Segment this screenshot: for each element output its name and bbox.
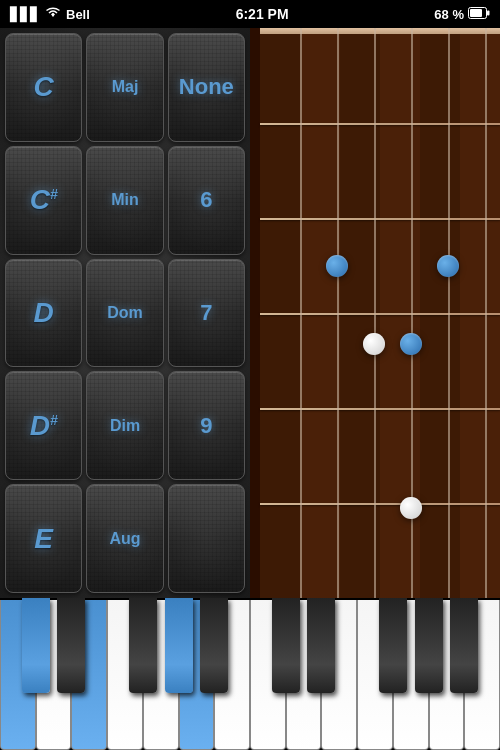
note-e-button[interactable]: E — [5, 484, 82, 593]
type-label: Maj — [112, 78, 139, 96]
string-6 — [485, 28, 487, 598]
ext-label: 6 — [200, 187, 212, 213]
status-time: 6:21 PM — [236, 6, 289, 22]
string-2 — [337, 28, 339, 598]
note-c-button[interactable]: C — [5, 33, 82, 142]
black-key-7[interactable] — [379, 598, 407, 693]
ext-empty-button[interactable] — [168, 484, 245, 593]
fret-line-5 — [260, 503, 500, 505]
black-key-9[interactable] — [450, 598, 478, 693]
carrier-label: Bell — [66, 7, 90, 22]
note-label: C# — [30, 186, 58, 214]
black-key-1[interactable] — [57, 598, 85, 693]
fret-line-3 — [260, 313, 500, 315]
black-key-5[interactable] — [272, 598, 300, 693]
chord-row-2: C# Min 6 — [5, 146, 245, 255]
wifi-icon — [45, 7, 61, 22]
black-key-3[interactable] — [165, 598, 193, 693]
type-min-button[interactable]: Min — [86, 146, 163, 255]
black-key-6[interactable] — [307, 598, 335, 693]
type-maj-button[interactable]: Maj — [86, 33, 163, 142]
black-key-2[interactable] — [129, 598, 157, 693]
note-cs-button[interactable]: C# — [5, 146, 82, 255]
ext-6-button[interactable]: 6 — [168, 146, 245, 255]
note-label: E — [34, 525, 53, 553]
battery-label: 68 % — [434, 7, 464, 22]
black-key-8[interactable] — [415, 598, 443, 693]
fret-line-4 — [260, 408, 500, 410]
chord-row-1: C Maj None — [5, 33, 245, 142]
battery-icon — [468, 7, 490, 22]
ext-label: None — [179, 74, 234, 100]
note-dot-1 — [326, 255, 348, 277]
note-dot-5 — [400, 497, 422, 519]
svg-rect-2 — [487, 10, 490, 15]
fret-line-2 — [260, 218, 500, 220]
type-label: Dim — [110, 417, 140, 435]
status-carrier: ▋▋▋ Bell — [10, 7, 90, 22]
type-label: Min — [111, 191, 139, 209]
string-5 — [448, 28, 450, 598]
ext-7-button[interactable]: 7 — [168, 259, 245, 368]
note-dot-4 — [400, 333, 422, 355]
type-dom-button[interactable]: Dom — [86, 259, 163, 368]
note-label: D# — [30, 412, 58, 440]
signal-icon: ▋▋▋ — [10, 7, 40, 22]
ext-label: 7 — [200, 300, 212, 326]
note-label: C — [34, 73, 54, 101]
ext-9-button[interactable]: 9 — [168, 371, 245, 480]
note-ds-button[interactable]: D# — [5, 371, 82, 480]
black-key-0[interactable] — [22, 598, 50, 693]
chord-row-4: D# Dim 9 — [5, 371, 245, 480]
piano-panel — [0, 598, 500, 750]
note-d-button[interactable]: D — [5, 259, 82, 368]
fret-line-1 — [260, 123, 500, 125]
type-aug-button[interactable]: Aug — [86, 484, 163, 593]
fretboard-panel — [250, 28, 500, 598]
string-1 — [300, 28, 302, 598]
note-dot-3 — [363, 333, 385, 355]
status-battery: 68 % — [434, 7, 490, 22]
ext-none-button[interactable]: None — [168, 33, 245, 142]
svg-rect-1 — [470, 9, 482, 17]
note-label: D — [34, 299, 54, 327]
black-key-4[interactable] — [200, 598, 228, 693]
type-label: Dom — [107, 304, 143, 322]
chord-row-5: E Aug — [5, 484, 245, 593]
ext-label: 9 — [200, 413, 212, 439]
type-label: Aug — [109, 530, 140, 548]
chord-row-3: D Dom 7 — [5, 259, 245, 368]
nut — [260, 28, 500, 34]
type-dim-button[interactable]: Dim — [86, 371, 163, 480]
status-bar: ▋▋▋ Bell 6:21 PM 68 % — [0, 0, 500, 28]
chord-panel: C Maj None C# Min 6 D — [0, 28, 250, 598]
note-dot-2 — [437, 255, 459, 277]
string-3 — [374, 28, 376, 598]
main-content: C Maj None C# Min 6 D — [0, 28, 500, 598]
